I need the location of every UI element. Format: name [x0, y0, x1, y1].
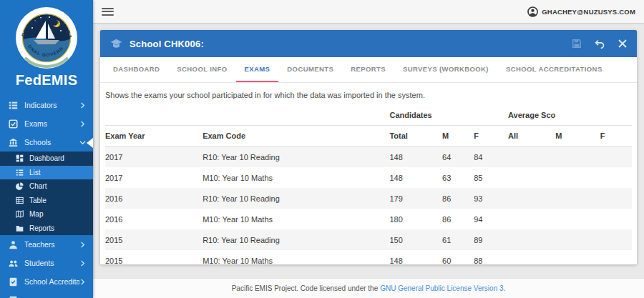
cell-f: 85	[474, 167, 508, 188]
cell-m: 60	[442, 250, 474, 264]
gnu-license-link[interactable]: GNU General Public License Version 3.	[380, 284, 505, 292]
chart-icon	[16, 182, 24, 190]
cell-avg-all	[508, 209, 555, 229]
sidebar-item-school-accreditations[interactable]: School Accreditations	[0, 272, 93, 291]
page-content: School CHK006: DASHBOARD	[93, 23, 644, 278]
sidebar-item-dashboard[interactable]: Dashboard	[0, 152, 93, 166]
table-row: 2015 M10: Year 10 Maths 148 60 88	[105, 250, 632, 264]
cell-avg-m	[555, 167, 600, 188]
cell-total: 148	[389, 250, 442, 264]
cell-avg-m	[555, 229, 600, 250]
tab-dashboard[interactable]: DASHBOARD	[104, 57, 168, 82]
tab-school-accreditations[interactable]: SCHOOL ACCREDITATIONS	[497, 57, 611, 82]
col-exam-year: Exam Year	[105, 126, 203, 146]
sidebar-item-label: Map	[29, 210, 86, 218]
cell-avg-f	[600, 229, 632, 250]
cell-avg-m	[555, 188, 600, 209]
app-window: DEPARTMENT OF EDUCATION NATIONAL GOVERNM…	[0, 0, 644, 298]
tab-reports[interactable]: REPORTS	[342, 57, 394, 82]
chevron-right-icon	[79, 121, 86, 127]
close-icon	[618, 39, 627, 48]
tab-surveys-workbook[interactable]: SURVEYS (WORKBOOK)	[394, 57, 497, 82]
chevron-right-icon	[79, 260, 86, 267]
cell-exam-code: R10: Year 10 Reading	[203, 146, 389, 168]
indicators-icon	[9, 101, 18, 110]
cell-avg-m	[555, 250, 600, 264]
cell-exam-code: M10: Year 10 Maths	[203, 209, 389, 229]
col-avg-all: All	[508, 126, 555, 146]
sidebar-item-label: Students	[24, 259, 79, 267]
sidebar-item-schools[interactable]: Schools	[0, 133, 93, 152]
chevron-right-icon	[79, 102, 86, 109]
sidebar-item-students[interactable]: Students	[0, 254, 93, 272]
person-circle-icon	[527, 6, 538, 17]
empty-group-cell	[442, 105, 474, 126]
col-total: Total	[389, 126, 442, 146]
hamburger-icon[interactable]	[102, 6, 114, 17]
cell-exam-code: M10: Year 10 Maths	[203, 167, 389, 188]
cell-exam-code: R10: Year 10 Reading	[203, 188, 389, 209]
cell-f: 89	[474, 229, 508, 250]
empty-group-cell	[555, 105, 600, 126]
cell-avg-all	[508, 167, 555, 188]
group-header-average-score: Average Score	[508, 105, 555, 126]
table-group-header-row: Candidates Average Score	[105, 105, 632, 126]
col-avg-f: F	[600, 126, 632, 146]
cell-avg-all	[508, 250, 555, 264]
sidebar-item-map[interactable]: Map	[0, 207, 93, 222]
sidebar-item-chart[interactable]: Chart	[0, 179, 93, 194]
save-button[interactable]	[572, 39, 582, 49]
sidebar-item-exams[interactable]: Exams	[0, 114, 93, 133]
logo-area: DEPARTMENT OF EDUCATION NATIONAL GOVERNM…	[0, 0, 93, 96]
sidebar-item-indicators[interactable]: Indicators	[0, 96, 93, 114]
cell-avg-f	[600, 167, 632, 188]
empty-group-cell	[105, 105, 203, 126]
footer-text: Pacific EMIS Project. Code licensed unde…	[232, 284, 379, 292]
cell-avg-all	[508, 188, 555, 209]
chevron-right-icon	[79, 242, 86, 248]
sidebar-item-reports[interactable]: Reports	[0, 222, 93, 236]
cell-total: 150	[389, 229, 442, 250]
table-header-row: Exam Year Exam Code Total M F All M F	[105, 126, 632, 146]
exams-table: Candidates Average Score Exam Year Exam …	[105, 105, 632, 264]
tab-description: Shows the exams your school participated…	[100, 83, 637, 104]
card-header-actions	[572, 39, 627, 49]
table-row: 2017 R10: Year 10 Reading 148 64 84	[105, 146, 632, 168]
close-button[interactable]	[618, 39, 627, 48]
generic-icon	[9, 296, 18, 298]
cell-f: 84	[474, 146, 508, 168]
reports-folder-icon	[16, 224, 24, 232]
col-candidates-m: M	[442, 126, 474, 146]
accreditations-icon	[9, 277, 18, 287]
tab-exams[interactable]: EXAMS	[236, 57, 279, 82]
sidebar-item-label: Reports	[29, 224, 86, 232]
cell-f: 93	[474, 188, 508, 209]
cell-avg-m	[555, 146, 600, 168]
cell-avg-f	[600, 146, 632, 168]
cell-exam-code: M10: Year 10 Maths	[203, 250, 389, 264]
undo-button[interactable]	[595, 39, 605, 49]
sidebar-item-table[interactable]: Table	[0, 194, 93, 208]
sidebar-item-partial[interactable]	[0, 291, 93, 298]
cell-exam-year: 2017	[105, 167, 203, 188]
teachers-icon	[9, 240, 18, 249]
cell-m: 61	[442, 229, 474, 250]
sidebar-item-teachers[interactable]: Teachers	[0, 235, 93, 254]
sidebar-item-list[interactable]: List	[0, 166, 93, 180]
sidebar: DEPARTMENT OF EDUCATION NATIONAL GOVERNM…	[0, 0, 93, 298]
empty-group-cell	[600, 105, 632, 126]
cell-avg-all	[508, 229, 555, 250]
cell-exam-year: 2016	[105, 188, 203, 209]
user-menu[interactable]: GHACHEY@NUZUSYS.COM	[527, 6, 635, 17]
card-header: School CHK006:	[100, 30, 637, 57]
group-header-candidates: Candidates	[389, 105, 442, 126]
tab-documents[interactable]: DOCUMENTS	[278, 57, 342, 82]
tab-school-info[interactable]: SCHOOL INFO	[168, 57, 235, 82]
cell-total: 179	[389, 188, 442, 209]
graduation-cap-icon	[110, 39, 122, 49]
cell-avg-m	[555, 209, 600, 229]
cell-m: 86	[442, 188, 474, 209]
sidebar-item-label: Teachers	[24, 240, 79, 249]
cell-exam-code: R10: Year 10 Reading	[203, 229, 389, 250]
cell-avg-f	[600, 188, 632, 209]
